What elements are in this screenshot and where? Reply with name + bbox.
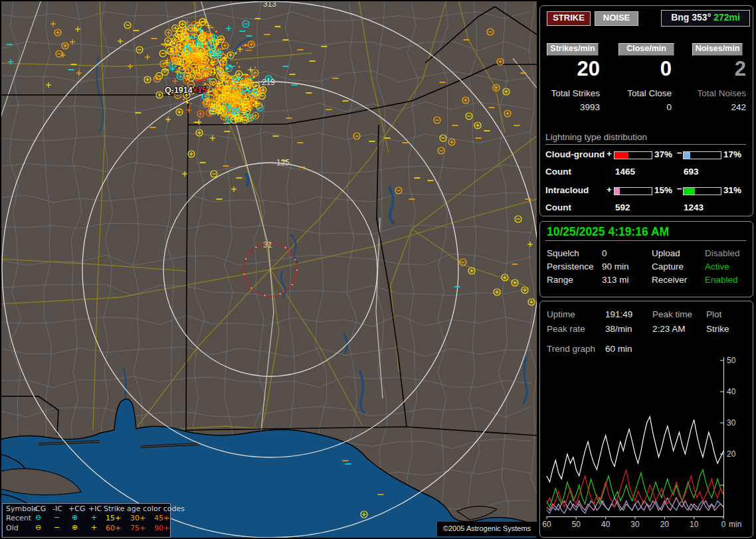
bearing-distance: 272mi: [713, 12, 740, 23]
copyright-text: ©2005 Astrogenic Systems: [437, 522, 537, 536]
circle-plus-icon-recent: ⊕: [72, 513, 78, 522]
map-canvas[interactable]: 31321912531Q-1914+15: [1, 1, 537, 538]
ic-neg-count: 1243: [684, 202, 704, 212]
capture-status: Active: [705, 262, 729, 271]
ic-neg-bar-fill: [684, 188, 695, 194]
legend-age-value: 75+: [130, 524, 145, 532]
strike-stats-panel: STRIKE NOISE Bng 353° 272mi Strikes/min …: [539, 5, 753, 216]
capture-label: Capture: [652, 262, 684, 271]
legend-row-label: Old: [6, 524, 19, 532]
svg-text:60: 60: [542, 520, 551, 529]
svg-text:219: 219: [262, 78, 275, 87]
legend-age-value: 45+: [154, 514, 169, 522]
noise-button[interactable]: NOISE: [595, 11, 638, 26]
circle-plus-icon-old: ⊕: [72, 523, 78, 532]
plus-icon-old: +: [91, 523, 97, 532]
legend-age-title: Strike age color codes: [104, 504, 185, 513]
plus-sign: +: [607, 149, 612, 159]
distribution-title: Lightning type distribution: [545, 132, 647, 142]
trend-graph: 504030206050403020100min: [540, 301, 751, 536]
minus-icon-recent: −: [54, 513, 60, 522]
datetime-display: 10/25/2025 4:19:16 AM: [547, 225, 669, 239]
trend-panel: Uptime 191:49 Peak time Plot Peak rate 3…: [539, 301, 753, 538]
app-window: { "panel": { "strike_button": "STRIKE", …: [0, 0, 756, 539]
circle-minus-icon-old: ⊖: [35, 523, 41, 532]
map-legend: Symbols-CG-IC+CG+ICStrike age color code…: [2, 503, 171, 538]
minus-sign: −: [677, 148, 682, 158]
range-value: 313 mi: [602, 275, 629, 285]
svg-text:40: 40: [727, 387, 736, 396]
svg-text:0: 0: [721, 520, 726, 529]
svg-text:min: min: [729, 520, 741, 529]
svg-text:31: 31: [263, 240, 272, 250]
noises-per-min-chip: Noises/min: [692, 43, 743, 56]
cg-neg-count: 693: [684, 167, 699, 177]
cloud-ground-label: Cloud-ground: [545, 149, 605, 159]
ic-neg-percent: 31%: [723, 185, 741, 195]
cg-count-label: Count: [545, 167, 571, 177]
strikes-per-min-chip: Strikes/min: [547, 43, 599, 56]
total-strikes-label: Total Strikes: [540, 88, 600, 98]
intracloud-label: Intracloud: [545, 185, 589, 195]
ic-pos-percent: 15%: [654, 185, 672, 195]
cg-neg-bar-fill: [684, 152, 690, 159]
svg-text:20: 20: [727, 449, 736, 459]
receiver-label: Receiver: [652, 275, 687, 285]
ic-count-label: Count: [545, 202, 571, 212]
ic-pos-bar-fill: [614, 188, 620, 194]
svg-text:10: 10: [690, 520, 699, 529]
legend-age-value: 90+: [154, 524, 169, 532]
legend-age-value: 60+: [106, 524, 121, 532]
receiver-status: Enabled: [705, 275, 738, 285]
cg-neg-bar: [683, 151, 721, 159]
cg-pos-bar-fill: [614, 152, 628, 159]
close-per-min-chip: Close/min: [618, 43, 674, 56]
total-noises-value: 242: [686, 102, 746, 112]
total-noises-label: Total Noises: [686, 88, 746, 98]
upload-label: Upload: [652, 248, 680, 258]
status-panel: 10/25/2025 4:19:16 AM Squelch 0 Upload D…: [539, 221, 753, 297]
cg-neg-percent: 17%: [723, 149, 741, 159]
legend-header: -IC: [52, 504, 62, 513]
strike-map[interactable]: 31321912531Q-1914+15 Symbols-CG-IC+CG+IC…: [1, 1, 537, 538]
strike-button[interactable]: STRIKE: [547, 11, 591, 26]
legend-age-value: 15+: [106, 514, 121, 522]
legend-header: +IC: [88, 504, 102, 513]
upload-status: Disabled: [705, 248, 740, 258]
ic-pos-bar: [614, 187, 652, 195]
range-label: Range: [547, 275, 573, 285]
cg-pos-count: 1465: [615, 167, 635, 177]
squelch-value: 0: [602, 248, 607, 258]
plus-sign: +: [607, 185, 612, 194]
cg-pos-percent: 37%: [654, 149, 672, 159]
divider: [545, 240, 746, 241]
state-borders-layer: [1, 7, 537, 435]
svg-text:50: 50: [572, 520, 581, 529]
plus-icon-recent: +: [91, 513, 97, 522]
total-strikes-value: 3993: [540, 102, 600, 112]
svg-text:40: 40: [601, 520, 611, 529]
legend-header: +CG: [68, 504, 85, 513]
persistence-value: 90 min: [602, 262, 629, 271]
svg-text:30: 30: [727, 418, 736, 427]
divider: [545, 144, 746, 145]
bearing-label: Bng 353°: [671, 12, 711, 23]
total-close-value: 0: [612, 102, 672, 112]
circle-minus-icon-recent: ⊖: [35, 513, 41, 522]
total-close-label: Total Close: [612, 88, 672, 98]
squelch-label: Squelch: [547, 248, 579, 258]
legend-header: -CG: [33, 504, 46, 513]
bearing-readout: Bng 353° 272mi: [661, 10, 750, 27]
minus-icon-old: −: [54, 523, 60, 532]
cg-pos-bar: [614, 151, 652, 159]
svg-text:30: 30: [630, 520, 640, 529]
ic-neg-bar: [683, 187, 721, 195]
legend-row-label: Recent: [6, 514, 31, 522]
noises-per-min-value: 2: [693, 58, 746, 80]
close-per-min-value: 0: [618, 58, 672, 80]
storm-cell-trac-label: Q-1914+15: [165, 86, 207, 95]
legend-age-value: 30+: [130, 514, 145, 522]
strikes-per-min-value: 20: [547, 58, 600, 80]
rivers-layer: [97, 38, 527, 422]
svg-text:20: 20: [660, 520, 670, 529]
